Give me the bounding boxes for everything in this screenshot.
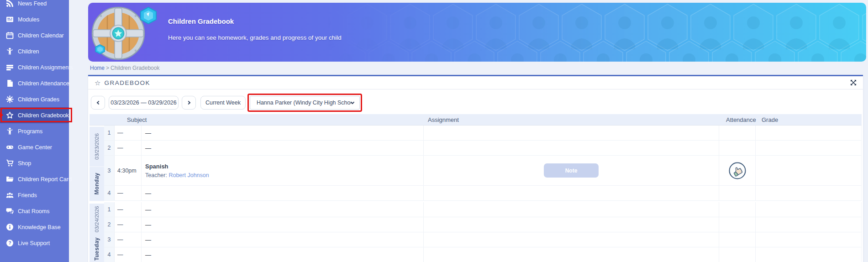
grade-cell xyxy=(756,126,862,140)
sidebar-item-game-center[interactable]: Game Center xyxy=(0,139,69,155)
table-header-row: Subject Assignment Attendance Grade xyxy=(89,114,862,126)
attendance-cell xyxy=(719,232,756,247)
sidebar-item-label: Shop xyxy=(18,160,31,167)
week-controls: 03/23/2026 — 03/29/2026 Current Week Han… xyxy=(91,94,863,111)
panel-title: GRADEBOOK xyxy=(104,79,150,86)
student-select[interactable]: Hanna Parker (Windy City High School) xyxy=(250,96,360,110)
star-icon xyxy=(6,111,14,119)
day-date: 03/23/2026 xyxy=(89,127,104,167)
chat-bubbles-icon xyxy=(6,207,14,215)
shopping-cart-icon xyxy=(6,159,14,167)
period-time: — xyxy=(115,217,142,232)
sidebar: News FeedModulesChildren CalendarChildre… xyxy=(0,0,69,262)
sidebar-item-friends[interactable]: Friends xyxy=(0,187,69,203)
page-banner: Children Gradebook Here you can see home… xyxy=(88,3,866,62)
previous-week-button[interactable] xyxy=(91,96,105,110)
subject-cell: — xyxy=(142,186,424,200)
attendance-cell xyxy=(719,217,756,232)
breadcrumb-separator: > xyxy=(106,65,109,71)
assignment-cell xyxy=(424,247,719,262)
table-header-grade: Grade xyxy=(756,116,862,123)
period-number: 2 xyxy=(104,141,115,155)
empty-dash: — xyxy=(145,236,151,243)
sidebar-item-children-grades[interactable]: Children Grades xyxy=(0,91,69,107)
sidebar-item-news-feed[interactable]: News Feed xyxy=(0,0,69,11)
period-time: — xyxy=(115,247,142,262)
attendance-cell xyxy=(719,202,756,217)
subject-cell: — xyxy=(142,141,424,155)
subject-cell: SpanishTeacher: Robert Johnson xyxy=(142,156,424,185)
table-header-assignment: Assignment xyxy=(424,116,719,123)
expand-arrows-icon[interactable] xyxy=(850,79,857,86)
sidebar-item-modules[interactable]: Modules xyxy=(0,11,69,27)
period-row: 1—— xyxy=(104,126,862,141)
sidebar-item-chat-rooms[interactable]: Chat Rooms xyxy=(0,203,69,219)
sidebar-item-children-attendance[interactable]: Children Attendance xyxy=(0,75,69,91)
day-date: 03/24/2026 xyxy=(89,204,104,235)
assignment-cell xyxy=(424,202,719,217)
gradebook-panel: ☆ GRADEBOOK 03/23/2026 — 03/29/2026 Curr… xyxy=(88,75,863,262)
period-time: — xyxy=(115,141,142,155)
table-header-attendance: Attendance xyxy=(719,116,756,123)
day-name: Tuesday xyxy=(89,235,104,262)
breadcrumb-home-link[interactable]: Home xyxy=(90,65,105,71)
period-time: 4:30pm xyxy=(115,156,142,185)
attendance-cell xyxy=(719,141,756,155)
assignment-cell xyxy=(424,217,719,232)
period-number: 4 xyxy=(104,247,115,262)
next-week-button[interactable] xyxy=(182,96,196,110)
grade-cell xyxy=(756,141,862,155)
sidebar-item-live-support[interactable]: ?Live Support xyxy=(0,235,69,251)
subject-cell: — xyxy=(142,217,424,232)
assignment-cell: Note xyxy=(424,156,719,185)
chevron-left-icon xyxy=(96,101,100,105)
subject-cell: — xyxy=(142,247,424,262)
sidebar-item-label: Live Support xyxy=(18,240,50,246)
period-time: — xyxy=(115,126,142,140)
assignment-cell xyxy=(424,141,719,155)
attendance-cell xyxy=(719,156,756,185)
empty-dash: — xyxy=(145,252,151,258)
sidebar-item-children-gradebook[interactable]: Children Gradebook xyxy=(0,107,69,123)
annotation-arrow xyxy=(0,112,3,118)
grade-cell xyxy=(756,247,862,262)
sidebar-item-children-report-card[interactable]: Children Report Card xyxy=(0,171,69,187)
subject-cell: — xyxy=(142,126,424,140)
sidebar-item-label: Children Assignments xyxy=(18,64,73,71)
modules-icon xyxy=(6,16,14,23)
sidebar-item-knowledge-base[interactable]: Knowledge Base xyxy=(0,219,69,235)
attendance-cell xyxy=(719,247,756,262)
period-row: 1—— xyxy=(104,202,862,217)
thumbs-up-icon xyxy=(728,162,747,180)
sidebar-item-label: Children xyxy=(18,48,39,55)
subject-cell: — xyxy=(142,232,424,247)
banner-title: Children Gradebook xyxy=(168,17,342,25)
friends-icon xyxy=(6,191,14,199)
attendance-file-icon xyxy=(6,79,14,87)
child-icon xyxy=(6,47,14,55)
current-week-button[interactable]: Current Week xyxy=(200,96,246,110)
empty-dash: — xyxy=(145,221,151,228)
period-number: 3 xyxy=(104,156,115,185)
period-time: — xyxy=(115,186,142,200)
sidebar-item-programs[interactable]: Programs xyxy=(0,123,69,139)
sidebar-item-label: Knowledge Base xyxy=(18,224,61,231)
day-label: 03/23/2026Monday xyxy=(89,126,104,201)
period-number: 4 xyxy=(104,186,115,200)
grade-cell xyxy=(756,217,862,232)
banner-subtitle: Here you can see homework, grades and pr… xyxy=(168,34,342,41)
sidebar-item-shop[interactable]: Shop xyxy=(0,155,69,171)
period-row: 4—— xyxy=(104,186,862,201)
period-time: — xyxy=(115,232,142,247)
date-range-button[interactable]: 03/23/2026 — 03/29/2026 xyxy=(109,96,179,110)
sidebar-item-children-assignments[interactable]: Children Assignments xyxy=(0,59,69,75)
note-button[interactable]: Note xyxy=(544,163,599,178)
attendance-cell xyxy=(719,126,756,140)
subject-cell: — xyxy=(142,202,424,217)
sidebar-item-children-calendar[interactable]: Children Calendar xyxy=(0,27,69,43)
teacher-link[interactable]: Robert Johnson xyxy=(168,172,209,178)
day-block-tuesday: 03/24/2026Tuesday1——2——3——4—— xyxy=(89,202,862,262)
student-select-value: Hanna Parker (Windy City High School) xyxy=(257,100,351,106)
period-row: 2—— xyxy=(104,217,862,232)
sidebar-item-children[interactable]: Children xyxy=(0,43,69,59)
